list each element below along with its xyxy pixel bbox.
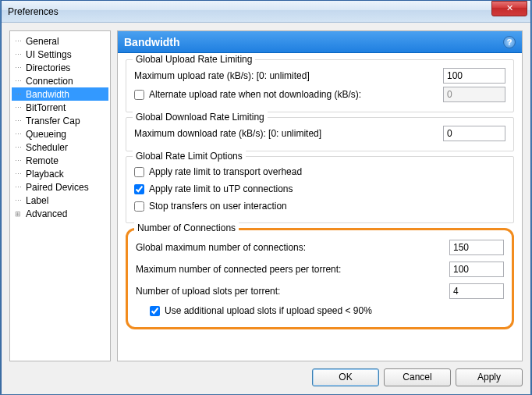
checkbox-stop-transfers[interactable] — [134, 201, 144, 212]
sidebar-item-label: Transfer Cap — [26, 116, 80, 126]
sidebar-item-label: Connection — [26, 76, 73, 87]
sidebar-item-label: Directories — [26, 62, 70, 73]
input-max-upload[interactable] — [443, 68, 505, 84]
legend-upload: Global Upload Rate Limiting — [133, 54, 255, 65]
label-slots: Number of upload slots per torrent: — [136, 286, 449, 297]
checkbox-transport-overhead[interactable] — [134, 167, 144, 177]
tree-dotline-icon: ⋯ — [13, 64, 23, 72]
sidebar-item-label: Advanced — [26, 208, 67, 219]
tree-dotline-icon: ⋯ — [13, 117, 23, 125]
row-additional-slots: Use additional upload slots if upload sp… — [150, 302, 504, 319]
sidebar-item-label[interactable]: ⋯Label — [12, 194, 108, 207]
fieldset-upload-rate: Global Upload Rate Limiting Maximum uplo… — [126, 59, 514, 112]
sidebar-item-label: Queueing — [26, 129, 66, 140]
expand-icon[interactable]: ⊞ — [13, 210, 23, 218]
sidebar-item-label: BitTorrent — [26, 102, 66, 113]
legend-download: Global Download Rate Limiting — [133, 112, 268, 123]
preferences-window: Preferences ✕ ⋯General⋯UI Settings⋯Direc… — [1, 0, 531, 393]
sidebar-item-advanced[interactable]: ⊞Advanced — [12, 207, 108, 220]
fieldset-rate-options: Global Rate Limit Options Apply rate lim… — [126, 156, 514, 223]
sidebar-item-label: UI Settings — [26, 49, 72, 60]
label-global-conn: Global maximum number of connections: — [136, 242, 449, 253]
content-area: ⋯General⋯UI Settings⋯Directories⋯Connect… — [9, 30, 523, 361]
label-max-upload: Maximum upload rate (kB/s): [0: unlimite… — [134, 70, 443, 81]
row-alt-upload: Alternate upload rate when not downloadi… — [134, 85, 505, 104]
fieldset-connections: Number of Connections Global maximum num… — [126, 228, 514, 329]
label-stop: Stop transfers on user interaction — [149, 201, 287, 212]
tree-dotline-icon: ⋯ — [13, 130, 23, 138]
tree-dotline-icon: ⋯ — [13, 197, 23, 205]
sidebar-item-paired-devices[interactable]: ⋯Paired Devices — [12, 180, 108, 194]
title-bar: Preferences ✕ — [2, 1, 530, 23]
sidebar-tree[interactable]: ⋯General⋯UI Settings⋯Directories⋯Connect… — [9, 30, 111, 361]
panel-title: Bandwidth — [124, 36, 180, 48]
settings-panel: Bandwidth ? Global Upload Rate Limiting … — [117, 30, 523, 361]
sidebar-item-bandwidth[interactable]: ⋯Bandwidth — [12, 87, 108, 101]
tree-dotline-icon: ⋯ — [13, 183, 23, 191]
tree-dotline-icon: ⋯ — [13, 104, 23, 112]
sidebar-item-label: Bandwidth — [26, 89, 69, 100]
sidebar-item-queueing[interactable]: ⋯Queueing — [12, 127, 108, 141]
tree-dotline-icon: ⋯ — [13, 157, 23, 165]
row-global-conn: Global maximum number of connections: — [136, 237, 504, 258]
sidebar-item-scheduler[interactable]: ⋯Scheduler — [12, 141, 108, 154]
sidebar-item-label: Paired Devices — [26, 182, 89, 193]
checkbox-alt-upload[interactable] — [134, 90, 144, 100]
close-icon: ✕ — [506, 3, 513, 13]
ok-button[interactable]: OK — [312, 368, 379, 386]
tree-dotline-icon: ⋯ — [13, 144, 23, 151]
input-max-download[interactable] — [443, 126, 505, 141]
label-peers: Maximum number of connected peers per to… — [136, 264, 449, 275]
sidebar-item-transfer-cap[interactable]: ⋯Transfer Cap — [12, 114, 108, 127]
sidebar-item-general[interactable]: ⋯General — [12, 34, 108, 48]
panel-header: Bandwidth ? — [118, 31, 522, 53]
row-opt-transport: Apply rate limit to transport overhead — [134, 163, 505, 180]
row-max-download: Maximum download rate (kB/s): [0: unlimi… — [134, 124, 505, 143]
client-area: ⋯General⋯UI Settings⋯Directories⋯Connect… — [2, 23, 530, 394]
sidebar-item-directories[interactable]: ⋯Directories — [12, 61, 108, 74]
label-alt-upload: Alternate upload rate when not downloadi… — [149, 89, 361, 100]
sidebar-item-ui-settings[interactable]: ⋯UI Settings — [12, 48, 108, 61]
sidebar-item-playback[interactable]: ⋯Playback — [12, 167, 108, 180]
row-opt-stop: Stop transfers on user interaction — [134, 198, 505, 215]
sidebar-item-label: Playback — [26, 169, 64, 180]
sidebar-item-bittorrent[interactable]: ⋯BitTorrent — [12, 101, 108, 114]
row-max-upload: Maximum upload rate (kB/s): [0: unlimite… — [134, 66, 505, 85]
label-max-download: Maximum download rate (kB/s): [0: unlimi… — [134, 128, 443, 139]
sidebar-item-label: Scheduler — [26, 142, 68, 153]
tree-dotline-icon: ⋯ — [13, 91, 23, 98]
sidebar-item-connection[interactable]: ⋯Connection — [12, 74, 108, 87]
input-peers[interactable] — [449, 262, 504, 277]
label-utp: Apply rate limit to uTP connections — [149, 183, 293, 194]
sidebar-item-label: Label — [26, 195, 48, 206]
tree-dotline-icon: ⋯ — [13, 77, 23, 85]
row-opt-utp: Apply rate limit to uTP connections — [134, 180, 505, 198]
row-upload-slots: Number of upload slots per torrent: — [136, 280, 504, 302]
legend-options: Global Rate Limit Options — [133, 151, 246, 162]
label-transport: Apply rate limit to transport overhead — [149, 166, 302, 177]
tree-dotline-icon: ⋯ — [13, 51, 23, 59]
dialog-button-row: OK Cancel Apply — [9, 361, 523, 388]
sidebar-item-label: General — [26, 36, 59, 47]
tree-dotline-icon: ⋯ — [13, 37, 23, 45]
input-global-conn[interactable] — [449, 240, 504, 255]
sidebar-item-label: Remote — [26, 155, 59, 166]
panel-body: Global Upload Rate Limiting Maximum uplo… — [118, 53, 522, 361]
close-button[interactable]: ✕ — [491, 1, 527, 16]
row-peers-per-torrent: Maximum number of connected peers per to… — [136, 258, 504, 280]
legend-connections: Number of Connections — [134, 222, 239, 233]
fieldset-download-rate: Global Download Rate Limiting Maximum do… — [126, 117, 514, 151]
checkbox-utp[interactable] — [134, 184, 144, 194]
help-icon[interactable]: ? — [503, 36, 516, 48]
input-alt-upload — [443, 87, 505, 102]
sidebar-item-remote[interactable]: ⋯Remote — [12, 154, 108, 167]
apply-button[interactable]: Apply — [456, 368, 523, 386]
window-title: Preferences — [8, 6, 491, 17]
cancel-button[interactable]: Cancel — [384, 368, 451, 386]
checkbox-additional-slots[interactable] — [150, 306, 160, 316]
input-slots[interactable] — [449, 283, 504, 299]
tree-dotline-icon: ⋯ — [13, 170, 23, 178]
label-additional-slots: Use additional upload slots if upload sp… — [165, 305, 372, 316]
